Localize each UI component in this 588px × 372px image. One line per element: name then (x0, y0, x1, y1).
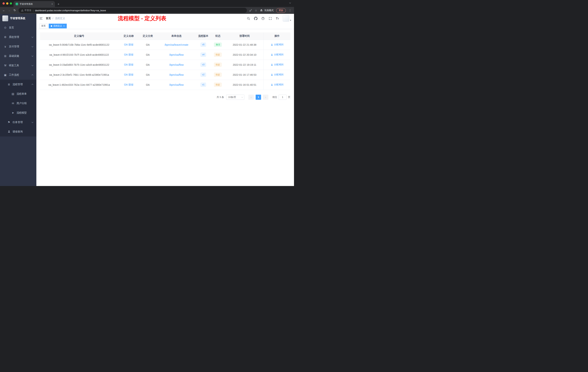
tab-search-chevron-icon[interactable] (289, 2, 291, 4)
col-operations: 操作 (264, 33, 290, 40)
table-row: oa_leave:2:3c1f0ef1-76b1-11ec-9c66-a2380… (40, 70, 290, 80)
close-window-button[interactable] (2, 2, 5, 5)
sidebar-item-workflow[interactable]: ▣ 工作流程 (0, 70, 36, 80)
table-header-row: 定义编号 定义名称 定义分类 表单信息 流程版本 状态 部署时间 操作 (40, 33, 290, 40)
address-bar[interactable]: 不安全 | dashboard.yudao.iocoder.cn/bpm/man… (19, 8, 247, 13)
page-size-select[interactable]: 10条/页 (226, 95, 244, 100)
person-icon (271, 84, 273, 86)
sidebar-item-system-management[interactable]: ⚙ 系统管理 (0, 33, 36, 42)
sidebar-item-process-model[interactable]: ➤ 流程模型 (0, 108, 36, 118)
github-icon[interactable] (254, 17, 257, 20)
maximize-window-button[interactable] (10, 2, 12, 5)
chevron-down-icon (32, 36, 33, 38)
cell-deploy-time: 2022-01-16 17:46:53 (226, 70, 264, 80)
definition-name-link[interactable]: OA 请假 (124, 73, 133, 76)
form-link[interactable]: /bpm/oa/flow (169, 73, 184, 76)
assign-rule-link[interactable]: 分配规则 (271, 43, 284, 46)
chevron-down-icon (32, 65, 33, 66)
url-text: dashboard.yudao.iocoder.cn/bpm/manager/d… (35, 9, 106, 12)
password-key-icon[interactable] (249, 9, 252, 12)
assign-rule-link[interactable]: 分配规则 (271, 73, 284, 76)
form-link[interactable]: /bpm/oa/flow (169, 63, 184, 66)
caret-down-icon: ▾ (290, 19, 291, 22)
sidebar-item-dev-tools[interactable]: ⚒ 研发工具 (0, 61, 36, 70)
browser-tab[interactable]: 芋道管理系统 × (13, 1, 55, 7)
cell-deploy-time: 2022-01-22 19:19:11 (226, 60, 264, 70)
next-page-button[interactable]: › (263, 95, 268, 100)
pagination: 共 5 条 10条/页 ‹ 1 › 前往 页 (40, 95, 290, 100)
col-form-info: 表单信息 (156, 33, 196, 40)
assign-rule-link[interactable]: 分配规则 (271, 83, 284, 86)
breadcrumb: 首页 / 流程定义 (46, 17, 65, 20)
form-link[interactable]: /bpm/oa/leave/create (165, 43, 188, 46)
definition-name-link[interactable]: OA 请假 (124, 43, 133, 46)
status-badge: 挂起 (214, 53, 222, 57)
table-row: oa_leave:5:004b710b-7b8a-11ec-8ef0-acde4… (40, 40, 290, 50)
definition-name-link[interactable]: OA 请假 (124, 83, 133, 86)
content: 定义编号 定义名称 定义分类 表单信息 流程版本 状态 部署时间 操作 oa_l… (36, 29, 294, 186)
yen-icon: ¥ (4, 45, 7, 48)
sidebar-item-task-management[interactable]: ⚑ 任务管理 (0, 118, 36, 127)
cell-deploy-time: 2022-01-22 20:34:10 (226, 50, 264, 60)
tag-home[interactable]: 首页 (39, 24, 48, 28)
caret-down-icon (242, 96, 243, 98)
bookmark-star-icon[interactable]: ☆ (255, 9, 257, 12)
assign-rule-link[interactable]: 分配规则 (271, 53, 284, 56)
sidebar-item-payment-management[interactable]: ¥ 支付管理 (0, 42, 36, 51)
reload-icon[interactable]: ↻ (13, 9, 16, 12)
form-link[interactable]: /bpm/oa/flow (169, 53, 184, 56)
definition-name-link[interactable]: OA 请假 (124, 63, 133, 66)
sidebar-item-leave-query[interactable]: 请假查询 (0, 127, 36, 136)
cell-definition-id: oa_leave:5:004b710b-7b8a-11ec-8ef0-acde4… (40, 40, 118, 50)
prev-page-button[interactable]: ‹ (248, 95, 254, 100)
font-size-icon[interactable]: TT (276, 17, 279, 20)
security-indicator[interactable]: 不安全 (21, 9, 32, 12)
person-icon (271, 54, 273, 56)
chevron-down-icon (32, 45, 33, 47)
avatar[interactable] (283, 15, 289, 22)
sidebar-item-home[interactable]: ⊙ 首页 (0, 23, 36, 33)
fullscreen-icon[interactable] (269, 17, 272, 20)
sidebar-item-infrastructure[interactable]: ⊞ 基础设施 (0, 51, 36, 61)
hamburger-icon[interactable] (39, 17, 43, 20)
window-controls[interactable] (2, 2, 12, 5)
user-menu[interactable]: ▾ (283, 15, 291, 22)
table-row: oa_leave:3:1fad3d93-7b75-11ec-a3c8-acde4… (40, 60, 290, 70)
incognito-badge: 无痕模式 (260, 9, 274, 12)
app: 芋道管理系统 ⊙ 首页 ⚙ 系统管理 ¥ 支付管理 ⊞ 基础设施 ⚒ 研发工具 … (0, 14, 294, 186)
sidebar-item-user-group[interactable]: ✉ 用户分组 (0, 99, 36, 108)
assign-rule-link[interactable]: 分配规则 (271, 63, 284, 66)
cell-definition-id: oa_leave:2:3c1f0ef1-76b1-11ec-9c66-a2380… (40, 70, 118, 80)
page-number-button[interactable]: 1 (256, 95, 261, 100)
tools-icon: ⚒ (4, 64, 7, 67)
form-link[interactable]: /bpm/oa/flow (169, 83, 184, 86)
definition-name-link[interactable]: OA 请假 (124, 53, 133, 56)
monitor-icon: ⊞ (4, 55, 7, 58)
sidebar-item-process-form[interactable]: ▤ 流程表单 (0, 89, 36, 99)
search-icon[interactable] (247, 17, 250, 20)
security-label: 不安全 (24, 9, 32, 12)
back-icon[interactable]: ← (2, 9, 5, 12)
definitions-table: 定义编号 定义名称 定义分类 表单信息 流程版本 状态 部署时间 操作 oa_l… (40, 33, 290, 90)
version-badge: v4 (200, 53, 206, 57)
workflow-submenu: ≣ 流程管理 ▤ 流程表单 ✉ 用户分组 ➤ 流程模型 ⚑ 任务管理 (0, 80, 36, 136)
forward-icon[interactable]: → (8, 9, 11, 12)
tab-favicon-icon (16, 3, 18, 5)
page-title-annotation: 流程模型 - 定义列表 (118, 15, 166, 22)
gear-icon: ⚙ (4, 35, 7, 39)
sidebar-item-process-management[interactable]: ≣ 流程管理 (0, 80, 36, 89)
breadcrumb-home[interactable]: 首页 (46, 17, 51, 20)
cell-deploy-time: 2022-01-16 01:40:51 (226, 80, 264, 90)
tag-close-icon[interactable]: × (63, 25, 65, 27)
new-tab-button[interactable]: + (57, 2, 59, 6)
minimize-window-button[interactable] (6, 2, 8, 5)
goto-page-input[interactable] (279, 95, 286, 100)
sidebar-logo[interactable]: 芋道管理系统 (0, 14, 36, 23)
cell-category: OA (139, 70, 156, 80)
update-button[interactable]: 更新 (276, 8, 286, 13)
chat-icon: ✉ (11, 102, 15, 105)
browser-menu-icon[interactable]: ⋮ (288, 9, 292, 12)
help-icon[interactable] (261, 17, 265, 20)
tag-process-definition[interactable]: 流程定义 × (49, 24, 67, 28)
tab-close-icon[interactable]: × (51, 2, 53, 5)
